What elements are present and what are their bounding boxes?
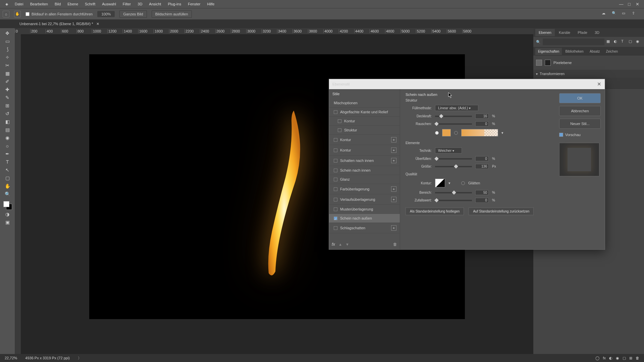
document-tab[interactable]: Unbenannt-1 bei 22,7% (Ebene 1, RGB/8#) …: [15, 19, 104, 28]
noise-value[interactable]: 0: [475, 121, 489, 126]
history-brush-icon[interactable]: ↺: [3, 110, 11, 117]
new-style-button[interactable]: Neuer Stil...: [559, 119, 601, 129]
lasso-tool-icon[interactable]: ⟆: [3, 46, 11, 53]
style-option[interactable]: Mischoptionen: [329, 99, 400, 108]
menu-ebene[interactable]: Ebene: [65, 1, 81, 7]
cloud-icon[interactable]: ☁: [602, 11, 608, 17]
style-option[interactable]: ✓Schein nach außen: [329, 214, 400, 223]
contour-dropdown-icon[interactable]: ▾: [448, 181, 450, 185]
add-style-icon[interactable]: +: [391, 147, 396, 153]
style-checkbox[interactable]: ✓: [334, 217, 337, 220]
add-style-icon[interactable]: +: [391, 137, 396, 142]
style-checkbox[interactable]: [334, 178, 337, 181]
tab-absatz[interactable]: Absatz: [587, 48, 603, 55]
style-option[interactable]: Musterüberlagerung: [329, 205, 400, 214]
style-option[interactable]: Abgeflachte Kante und Relief: [329, 108, 400, 117]
tab-ebenen[interactable]: Ebenen: [535, 29, 555, 36]
style-option[interactable]: Struktur: [329, 126, 400, 135]
gradient-dropdown-icon[interactable]: ▾: [501, 131, 503, 135]
wand-tool-icon[interactable]: ✧: [3, 54, 11, 61]
zoom-tool-icon[interactable]: 🔍: [3, 190, 11, 198]
gradient-radio[interactable]: [454, 131, 458, 135]
up-arrow-icon[interactable]: ▲: [338, 242, 342, 246]
tab-3d[interactable]: 3D: [591, 29, 603, 36]
noise-slider[interactable]: [435, 123, 472, 125]
home-icon[interactable]: ⌂: [3, 11, 9, 17]
style-option[interactable]: Schein nach innen: [329, 166, 400, 175]
color-radio[interactable]: [435, 131, 439, 135]
stamp-tool-icon[interactable]: ⊞: [3, 102, 11, 109]
dodge-tool-icon[interactable]: ☼: [3, 142, 11, 149]
frame-tool-icon[interactable]: ▦: [3, 70, 11, 77]
gradient-tool-icon[interactable]: ▤: [3, 126, 11, 133]
style-checkbox[interactable]: [334, 207, 337, 211]
style-option[interactable]: Verlaufsüberlagerung+: [329, 194, 400, 205]
add-style-icon[interactable]: +: [391, 197, 396, 202]
style-option[interactable]: Kontur: [329, 117, 400, 126]
hand-tool-icon[interactable]: ✋: [3, 182, 11, 190]
healing-tool-icon[interactable]: ✚: [3, 86, 11, 93]
contour-preview[interactable]: [435, 179, 445, 187]
style-checkbox[interactable]: [334, 198, 337, 201]
tab-bibliotheken[interactable]: Bibliotheken: [562, 48, 586, 55]
screenmode-icon[interactable]: ▣: [3, 219, 11, 226]
trash-icon[interactable]: 🗑: [393, 242, 397, 247]
color-swatches[interactable]: [3, 200, 12, 210]
reset-default-button[interactable]: Auf Standardeinstellung zurücksetzen: [469, 207, 534, 215]
style-option[interactable]: Kontur+: [329, 135, 400, 145]
menu-bild[interactable]: Bild: [52, 1, 63, 7]
opacity-slider[interactable]: [435, 116, 472, 117]
status-icon[interactable]: ▢: [623, 356, 626, 360]
technique-select[interactable]: Weicher ▾: [435, 147, 462, 154]
fit-whole-button[interactable]: Ganzes Bild: [119, 10, 147, 18]
maximize-icon[interactable]: □: [627, 2, 631, 6]
filter-icon[interactable]: T: [621, 39, 627, 45]
status-dims[interactable]: 4936 Px x 3319 Px (72 ppi): [25, 356, 70, 360]
menu-auswahl[interactable]: Auswahl: [99, 1, 119, 7]
pen-tool-icon[interactable]: ✒: [3, 150, 11, 158]
style-checkbox[interactable]: [338, 128, 341, 132]
scroll-checkbox[interactable]: [25, 12, 30, 16]
zoom-field[interactable]: 100%: [97, 11, 115, 17]
transform-header[interactable]: ▾ Transformieren: [533, 70, 644, 78]
close-icon[interactable]: ✕: [635, 2, 639, 6]
menu-plugins[interactable]: Plug-ins: [165, 1, 184, 7]
style-checkbox[interactable]: [338, 119, 341, 123]
style-checkbox[interactable]: [334, 226, 337, 230]
path-tool-icon[interactable]: ↖: [3, 166, 11, 174]
shape-tool-icon[interactable]: ▢: [3, 174, 11, 182]
marquee-tool-icon[interactable]: ▭: [3, 38, 11, 45]
menu-hilfe[interactable]: Hilfe: [204, 1, 217, 7]
style-checkbox[interactable]: [334, 187, 337, 191]
size-slider[interactable]: [435, 166, 472, 167]
menu-schrift[interactable]: Schrift: [82, 1, 98, 7]
tab-pfade[interactable]: Pfade: [574, 29, 591, 36]
jitter-slider[interactable]: [435, 200, 472, 201]
menu-fenster[interactable]: Fenster: [185, 1, 203, 7]
filter-icon[interactable]: ◐: [614, 39, 619, 45]
add-style-icon[interactable]: +: [391, 158, 396, 163]
chevron-right-icon[interactable]: 〉: [78, 356, 82, 361]
style-checkbox[interactable]: [334, 138, 337, 142]
status-icon[interactable]: ◐: [609, 356, 612, 360]
brush-tool-icon[interactable]: ✎: [3, 94, 11, 101]
style-checkbox[interactable]: [334, 148, 337, 152]
trash-icon[interactable]: 🗑: [636, 356, 639, 360]
workspace-icon[interactable]: ▭: [622, 11, 628, 17]
eyedropper-tool-icon[interactable]: ✐: [3, 78, 11, 85]
tab-close-icon[interactable]: ×: [97, 21, 99, 26]
style-checkbox[interactable]: [334, 169, 337, 172]
ok-button[interactable]: OK: [559, 93, 601, 103]
opacity-value[interactable]: 16: [475, 114, 489, 119]
crop-tool-icon[interactable]: ✂: [3, 62, 11, 69]
quickmask-icon[interactable]: ◑: [3, 210, 11, 218]
jitter-value[interactable]: 0: [475, 198, 489, 203]
preview-checkbox[interactable]: [559, 133, 563, 137]
tab-kanale[interactable]: Kanäle: [555, 29, 574, 36]
type-tool-icon[interactable]: T: [3, 158, 11, 166]
layer-search-input[interactable]: [543, 39, 604, 45]
status-zoom[interactable]: 22,72%: [5, 356, 17, 360]
dialog-titlebar[interactable]: Ebenenstil ✕: [329, 79, 605, 89]
filter-icon[interactable]: ◉: [636, 39, 641, 45]
fg-color-swatch[interactable]: [3, 201, 9, 207]
